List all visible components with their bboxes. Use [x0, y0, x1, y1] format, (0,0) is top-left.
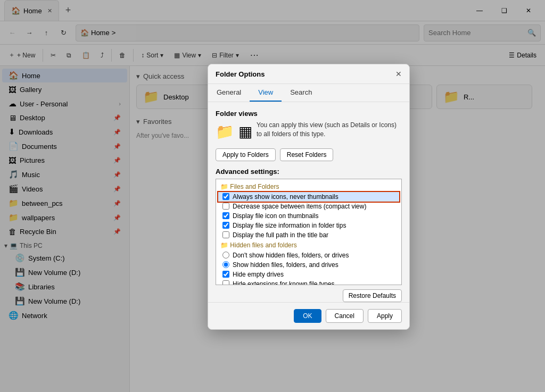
ok-button[interactable]: OK — [294, 309, 321, 323]
advanced-settings-list[interactable]: Files and Folders Always show icons, nev… — [216, 179, 402, 285]
always-show-icons-item[interactable]: Always show icons, never thumbnails — [218, 192, 399, 202]
folder-options-dialog: Folder Options ✕ General View Search Fol… — [208, 64, 410, 330]
display-file-size-label: Display file size information in folder … — [233, 222, 346, 229]
folder-views-preview: 📁 ▦ You can apply this view (such as Det… — [216, 121, 402, 143]
decrease-space-item[interactable]: Decrease space between items (compact vi… — [218, 202, 399, 211]
cancel-button[interactable]: Cancel — [326, 309, 364, 323]
hide-extensions-label: Hide extensions for known file types — [233, 280, 334, 285]
dialog-title: Folder Options — [216, 70, 265, 78]
folder-views-section: Folder views 📁 ▦ You can apply this view… — [216, 110, 402, 161]
dialog-overlay: Folder Options ✕ General View Search Fol… — [0, 0, 545, 392]
files-and-folders-category: Files and Folders — [218, 181, 399, 192]
display-full-path-label: Display the full path in the title bar — [233, 231, 328, 239]
hide-empty-drives-checkbox[interactable] — [222, 271, 229, 278]
display-file-size-item[interactable]: Display file size information in folder … — [218, 221, 399, 230]
tab-general[interactable]: General — [208, 84, 250, 102]
show-hidden-item[interactable]: Show hidden files, folders, and drives — [218, 260, 399, 270]
always-show-icons-checkbox[interactable] — [222, 193, 229, 200]
reset-folders-button[interactable]: Reset Folders — [280, 148, 334, 161]
display-file-icon-label: Display file icon on thumbnails — [233, 212, 318, 220]
hide-extensions-item[interactable]: Hide extensions for known file types — [218, 279, 399, 285]
dont-show-hidden-radio[interactable] — [222, 252, 229, 258]
grid-preview-icon: ▦ — [238, 123, 252, 140]
display-full-path-checkbox[interactable] — [222, 231, 229, 238]
folder-views-description: You can apply this view (such as Details… — [257, 121, 402, 139]
dont-show-hidden-label: Don't show hidden files, folders, or dri… — [233, 252, 349, 259]
show-hidden-label: Show hidden files, folders, and drives — [233, 261, 338, 269]
apply-button[interactable]: Apply — [368, 309, 402, 323]
dialog-footer: OK Cancel Apply — [208, 302, 409, 329]
show-hidden-radio[interactable] — [222, 261, 229, 268]
decrease-space-label: Decrease space between items (compact vi… — [233, 203, 366, 210]
advanced-settings-title: Advanced settings: — [216, 168, 402, 176]
dont-show-hidden-item[interactable]: Don't show hidden files, folders, or dri… — [218, 251, 399, 260]
hidden-files-category: Hidden files and folders — [218, 240, 399, 251]
display-full-path-item[interactable]: Display the full path in the title bar — [218, 230, 399, 240]
restore-defaults-button[interactable]: Restore Defaults — [343, 289, 402, 302]
tab-search[interactable]: Search — [282, 84, 320, 102]
dialog-tabs: General View Search — [208, 84, 409, 102]
hide-empty-drives-item[interactable]: Hide empty drives — [218, 270, 399, 279]
dialog-close-button[interactable]: ✕ — [395, 70, 402, 78]
apply-to-folders-button[interactable]: Apply to Folders — [216, 148, 276, 161]
display-file-size-checkbox[interactable] — [222, 222, 229, 229]
display-file-icon-checkbox[interactable] — [222, 212, 229, 219]
dialog-title-bar: Folder Options ✕ — [208, 64, 409, 84]
folder-preview-icon: 📁 — [216, 123, 234, 140]
folder-view-buttons: Apply to Folders Reset Folders — [216, 148, 402, 161]
decrease-space-checkbox[interactable] — [222, 203, 229, 210]
folder-views-title: Folder views — [216, 110, 402, 118]
display-file-icon-item[interactable]: Display file icon on thumbnails — [218, 211, 399, 221]
hide-extensions-checkbox[interactable] — [222, 280, 229, 285]
tab-view[interactable]: View — [250, 84, 282, 102]
hide-empty-drives-label: Hide empty drives — [233, 271, 284, 278]
always-show-icons-label: Always show icons, never thumbnails — [233, 193, 338, 201]
dialog-body: Folder views 📁 ▦ You can apply this view… — [208, 102, 409, 293]
